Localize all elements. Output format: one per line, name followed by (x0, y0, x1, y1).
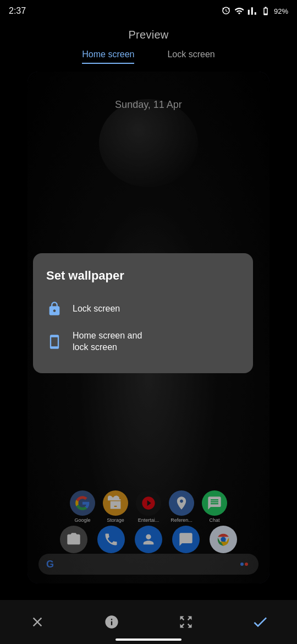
info-button[interactable] (98, 608, 125, 636)
alarm-icon (221, 6, 231, 16)
home-lock-label: Home screen andlock screen (73, 330, 142, 353)
lock-screen-label: Lock screen (73, 303, 120, 315)
confirm-button[interactable] (246, 608, 274, 636)
set-wallpaper-dialog: Set wallpaper Lock screen Home screen an… (33, 253, 253, 373)
status-time: 2:37 (9, 6, 26, 16)
expand-button[interactable] (172, 608, 200, 636)
status-icons: 92% (221, 6, 288, 16)
tabs-row: Home screen Lock screen (0, 50, 297, 64)
battery-percent: 92% (274, 7, 288, 15)
bottom-action-bar (0, 600, 297, 644)
phone-icon (46, 334, 63, 350)
close-button[interactable] (24, 608, 51, 636)
wifi-icon (234, 6, 244, 16)
page-title: Preview (0, 29, 297, 41)
tab-lock-screen[interactable]: Lock screen (167, 50, 215, 64)
lock-icon (46, 301, 63, 317)
dialog-title: Set wallpaper (46, 269, 240, 283)
signal-icon (248, 6, 257, 16)
home-indicator (116, 638, 182, 641)
lock-screen-option[interactable]: Lock screen (46, 294, 240, 324)
status-bar: 2:37 92% (0, 0, 297, 22)
battery-icon (261, 6, 271, 16)
home-and-lock-option[interactable]: Home screen andlock screen (46, 324, 240, 360)
tab-home-screen[interactable]: Home screen (82, 50, 134, 64)
